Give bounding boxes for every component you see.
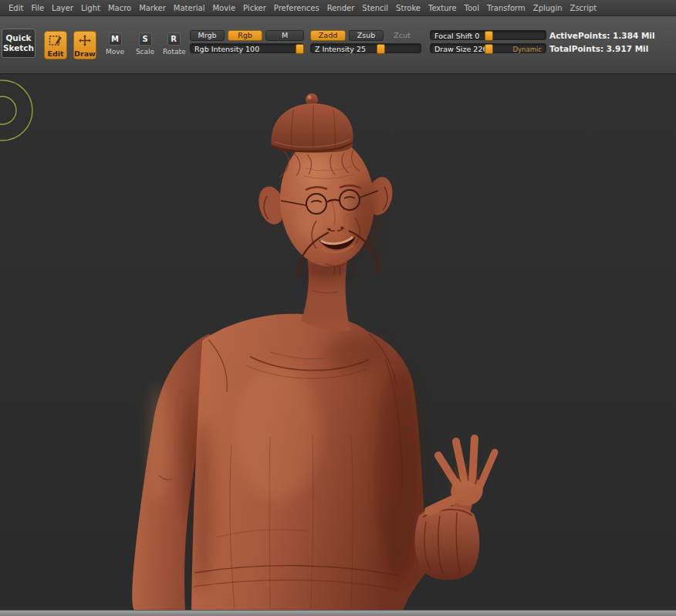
m-button[interactable]: M bbox=[265, 30, 304, 41]
menu-item-picker[interactable]: Picker bbox=[239, 2, 270, 15]
rotate-letter-icon: R bbox=[167, 32, 181, 46]
active-points-readout: ActivePoints: 1.384 Mil bbox=[549, 31, 655, 40]
draw-mode-button[interactable]: Draw bbox=[73, 31, 96, 59]
rotate-button-label: Rotate bbox=[163, 48, 184, 56]
hat bbox=[272, 93, 353, 153]
menu-item-macro[interactable]: Macro bbox=[104, 2, 135, 15]
focal-shift-slider[interactable]: Focal Shift 0 bbox=[430, 30, 546, 40]
zcut-button[interactable]: Zcut bbox=[387, 30, 417, 41]
menu-item-stroke[interactable]: Stroke bbox=[392, 2, 424, 15]
open-hand bbox=[429, 438, 495, 511]
sculpture-3d-model bbox=[0, 74, 676, 610]
menu-bar: Edit File Layer Light Macro Marker Mater… bbox=[0, 0, 676, 16]
draw-size-label: Draw Size 226 bbox=[434, 45, 488, 53]
canvas-bottom-scrollbar[interactable] bbox=[0, 610, 676, 616]
rgb-intensity-slider-handle[interactable] bbox=[296, 44, 304, 54]
menu-item-stencil[interactable]: Stencil bbox=[358, 2, 392, 15]
scale-letter-icon: S bbox=[139, 32, 152, 46]
z-intensity-slider-handle[interactable] bbox=[377, 44, 385, 54]
z-intensity-label: Z Intensity 25 bbox=[315, 45, 366, 53]
edit-button-label: Edit bbox=[47, 49, 63, 58]
quick-sketch-button[interactable]: Quick Sketch bbox=[2, 29, 35, 58]
brush-cursor-rings bbox=[0, 80, 32, 140]
menu-item-preferences[interactable]: Preferences bbox=[270, 2, 323, 15]
move-mode-button[interactable]: M Move bbox=[104, 32, 126, 56]
menu-item-material[interactable]: Material bbox=[170, 2, 209, 15]
edit-mode-button[interactable]: Edit bbox=[44, 31, 67, 59]
menu-item-render[interactable]: Render bbox=[323, 2, 359, 15]
clay-figure bbox=[132, 93, 495, 610]
crosshair-icon bbox=[78, 35, 92, 49]
top-shelf-toolbar: Quick Sketch Edit Draw M Move S bbox=[0, 16, 676, 74]
zsub-button[interactable]: Zsub bbox=[349, 30, 384, 41]
menu-item-light[interactable]: Light bbox=[77, 2, 104, 15]
draw-size-slider-handle[interactable] bbox=[485, 44, 493, 54]
focal-shift-slider-handle[interactable] bbox=[485, 31, 493, 41]
menu-item-file[interactable]: File bbox=[27, 2, 48, 15]
rgb-intensity-slider[interactable]: Rgb Intensity 100 bbox=[190, 43, 304, 53]
menu-item-edit[interactable]: Edit bbox=[5, 2, 27, 15]
move-button-label: Move bbox=[104, 48, 126, 56]
menu-item-zplugin[interactable]: Zplugin bbox=[529, 2, 566, 15]
dynamic-label: Dynamic bbox=[513, 46, 542, 53]
focal-shift-label: Focal Shift 0 bbox=[434, 32, 479, 40]
rgb-intensity-label: Rgb Intensity 100 bbox=[194, 45, 259, 53]
total-points-readout: TotalPoints: 3.917 Mil bbox=[549, 44, 648, 53]
draw-size-slider[interactable]: Draw Size 226 Dynamic bbox=[430, 43, 546, 53]
zadd-button[interactable]: Zadd bbox=[310, 30, 346, 41]
z-intensity-slider[interactable]: Z Intensity 25 bbox=[310, 43, 421, 53]
menu-item-zscript[interactable]: Zscript bbox=[566, 2, 601, 15]
menu-item-layer[interactable]: Layer bbox=[48, 2, 77, 15]
rgb-button[interactable]: Rgb bbox=[228, 30, 262, 41]
rotate-mode-button[interactable]: R Rotate bbox=[163, 32, 184, 56]
menu-item-movie[interactable]: Movie bbox=[208, 2, 239, 15]
menu-item-transform[interactable]: Transform bbox=[483, 2, 529, 15]
menu-item-marker[interactable]: Marker bbox=[135, 2, 170, 15]
marquee-pen-icon bbox=[49, 35, 63, 49]
mrgb-button[interactable]: Mrgb bbox=[190, 30, 225, 41]
scale-mode-button[interactable]: S Scale bbox=[134, 32, 156, 56]
menu-item-tool[interactable]: Tool bbox=[461, 2, 483, 15]
move-letter-icon: M bbox=[109, 32, 122, 46]
menu-item-texture[interactable]: Texture bbox=[424, 2, 461, 15]
canvas-viewport[interactable] bbox=[0, 74, 676, 610]
scale-button-label: Scale bbox=[134, 48, 156, 56]
draw-button-label: Draw bbox=[74, 49, 96, 58]
